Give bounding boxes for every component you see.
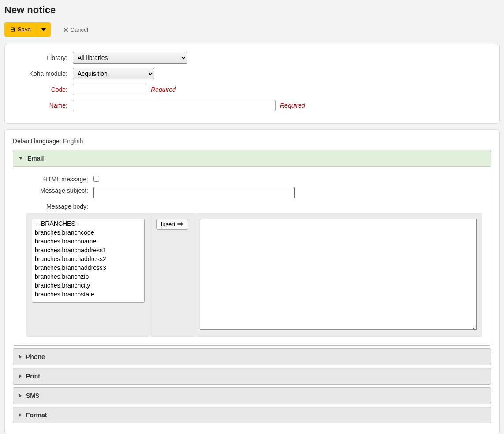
accordion-header-format[interactable]: Format [13, 407, 491, 423]
field-option[interactable]: branches.branchcode [32, 228, 144, 237]
accordion-title-sms: SMS [26, 392, 39, 399]
caret-right-icon [19, 374, 22, 378]
accordion-title-format: Format [26, 412, 47, 419]
default-language-value: English [63, 138, 83, 145]
code-required-text: Required [151, 86, 176, 93]
accordion-title-print: Print [26, 373, 40, 380]
default-language-label: Default language: [13, 138, 61, 145]
language-card: Default language: English Email HTML mes… [4, 129, 500, 434]
accordion-header-print[interactable]: Print [13, 368, 491, 384]
arrow-right-icon [177, 222, 183, 226]
caret-right-icon [19, 413, 22, 417]
code-input[interactable] [73, 84, 146, 95]
field-option[interactable]: branches.branchcity [32, 281, 144, 290]
save-button-label: Save [18, 26, 31, 34]
subject-row: Message subject: [22, 187, 482, 198]
module-label: Koha module: [15, 70, 67, 77]
body-label: Message body: [22, 203, 88, 210]
default-language-line: Default language: English [13, 138, 491, 145]
name-required-text: Required [280, 102, 305, 109]
library-label: Library: [15, 54, 67, 61]
accordion-title-email: Email [27, 155, 44, 162]
save-icon [10, 27, 15, 32]
subject-input[interactable] [93, 187, 295, 198]
accordion-title-phone: Phone [26, 353, 45, 360]
html-message-label: HTML message: [22, 176, 88, 183]
accordion-header-sms[interactable]: SMS [13, 388, 491, 404]
name-row: Name: Required [15, 100, 489, 111]
field-list[interactable]: ---BRANCHES---branches.branchcodebranche… [32, 219, 145, 303]
caret-right-icon [19, 393, 22, 398]
field-option[interactable]: ---BRANCHES--- [32, 219, 144, 228]
library-select[interactable]: All libraries [73, 52, 187, 64]
subject-label: Message subject: [22, 187, 88, 194]
cancel-button-label: Cancel [71, 26, 88, 34]
email-form: HTML message: Message subject: Message b… [22, 176, 482, 337]
textarea-column [194, 213, 482, 337]
accordion-phone: Phone [13, 348, 491, 365]
body-textarea[interactable] [200, 219, 477, 330]
module-select[interactable]: Acquisition [73, 68, 154, 79]
insert-button[interactable]: Insert [156, 219, 189, 230]
accordion-header-phone[interactable]: Phone [13, 349, 491, 365]
code-row: Code: Required [15, 84, 489, 95]
insert-button-label: Insert [161, 221, 175, 228]
accordion-header-email[interactable]: Email [13, 150, 491, 166]
field-option[interactable]: branches.branchzip [32, 272, 144, 281]
insert-column: Insert [150, 213, 194, 337]
toolbar: Save Cancel [4, 22, 500, 37]
body-builder: ---BRANCHES---branches.branchcodebranche… [22, 213, 482, 337]
module-row: Koha module: Acquisition [15, 68, 489, 79]
accordion-sms: SMS [13, 387, 491, 404]
accordion-email: Email HTML message: Message subject: Mes… [13, 150, 491, 346]
caret-down-icon [41, 28, 46, 31]
close-icon [63, 27, 68, 32]
name-input[interactable] [73, 100, 276, 111]
save-button[interactable]: Save [4, 22, 37, 37]
field-option[interactable]: branches.branchaddress3 [32, 263, 144, 272]
field-list-column: ---BRANCHES---branches.branchcodebranche… [26, 213, 150, 337]
field-option[interactable]: branches.branchaddress2 [32, 254, 144, 263]
cancel-button[interactable]: Cancel [58, 23, 94, 37]
name-label: Name: [15, 102, 67, 109]
basic-fields-card: Library: All libraries Koha module: Acqu… [4, 44, 500, 124]
field-option[interactable]: branches.branchstate [32, 290, 144, 299]
html-message-checkbox[interactable] [93, 176, 99, 182]
body-row: Message body: ---BRANCHES---branches.bra… [22, 203, 482, 337]
page-title: New notice [4, 4, 500, 16]
caret-down-icon [19, 157, 23, 160]
accordion-format: Format [13, 407, 491, 423]
accordion-print: Print [13, 368, 491, 385]
field-option[interactable]: branches.branchaddress1 [32, 246, 144, 254]
caret-right-icon [19, 355, 22, 359]
save-dropdown-toggle[interactable] [37, 22, 51, 37]
html-message-row: HTML message: [22, 176, 482, 183]
code-label: Code: [15, 86, 67, 93]
library-row: Library: All libraries [15, 52, 489, 64]
field-option[interactable]: branches.branchname [32, 237, 144, 246]
accordion-body-email: HTML message: Message subject: Message b… [13, 166, 491, 345]
